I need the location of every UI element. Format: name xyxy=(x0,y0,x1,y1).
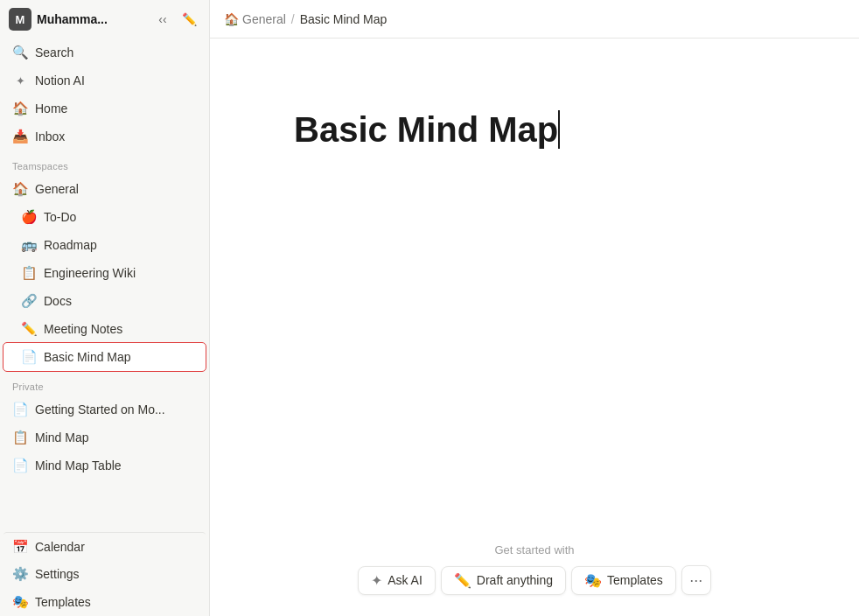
todo-icon: 🍎 xyxy=(21,209,37,225)
docs-icon: 🔗 xyxy=(21,293,37,309)
ask-ai-icon: ✦ xyxy=(371,572,382,589)
get-started-label: Get started with xyxy=(494,543,574,556)
templates-label: Templates xyxy=(607,573,663,587)
sidebar-header: M Muhamma... ‹‹ ✏️ xyxy=(0,0,209,38)
workspace-name: Muhamma... xyxy=(37,12,146,26)
new-page-button[interactable]: ✏️ xyxy=(178,8,200,31)
home-icon: 🏠 xyxy=(12,101,28,116)
workspace-avatar: M xyxy=(9,8,31,31)
sidebar-item-label: Inbox xyxy=(35,130,197,144)
sidebar-item-getting-started[interactable]: 📄 Getting Started on Mo... xyxy=(3,396,206,424)
sidebar-item-mind-map-table[interactable]: 📄 Mind Map Table xyxy=(3,452,206,480)
sidebar-item-label: Getting Started on Mo... xyxy=(35,402,197,416)
sidebar-item-inbox[interactable]: 📥 Inbox xyxy=(3,122,206,150)
sidebar-item-mind-map[interactable]: 📋 Mind Map xyxy=(3,424,206,452)
roadmap-icon: 🚌 xyxy=(21,237,37,253)
sidebar-item-search[interactable]: 🔍 Search xyxy=(3,38,206,66)
sidebar-item-settings[interactable]: ⚙️ Settings xyxy=(3,560,206,588)
teamspaces-section-label: Teamspaces xyxy=(0,150,209,175)
sidebar-item-templates[interactable]: 🎭 Templates xyxy=(3,588,206,616)
sidebar-item-label: Mind Map xyxy=(35,430,197,444)
sidebar: M Muhamma... ‹‹ ✏️ 🔍 Search ✦ Notion AI … xyxy=(0,0,210,616)
ask-ai-label: Ask AI xyxy=(388,573,423,587)
sidebar-item-label: General xyxy=(35,182,197,196)
sidebar-item-calendar[interactable]: 📅 Calendar xyxy=(3,532,206,560)
breadcrumb: 🏠 General / Basic Mind Map xyxy=(224,12,387,26)
more-options-button[interactable]: ··· xyxy=(681,565,711,595)
draft-anything-button[interactable]: ✏️ Draft anything xyxy=(441,566,566,595)
sidebar-header-icons: ‹‹ ✏️ xyxy=(151,8,200,31)
breadcrumb-separator: / xyxy=(291,12,295,26)
sidebar-item-label: Engineering Wiki xyxy=(44,266,197,280)
sidebar-item-label: Roadmap xyxy=(44,238,197,252)
sidebar-item-label: Meeting Notes xyxy=(44,322,197,336)
sidebar-item-engineering-wiki[interactable]: 📋 Engineering Wiki xyxy=(3,259,206,287)
general-icon: 🏠 xyxy=(12,181,28,197)
meeting-notes-icon: ✏️ xyxy=(21,321,37,337)
sidebar-item-home[interactable]: 🏠 Home xyxy=(3,94,206,122)
sidebar-item-label: Docs xyxy=(44,294,197,308)
page-title: Basic Mind Map xyxy=(294,110,560,149)
notion-ai-icon: ✦ xyxy=(12,73,28,88)
bottom-toolbar-area: Get started with ✦ Ask AI ✏️ Draft anyth… xyxy=(210,543,859,616)
sidebar-item-docs[interactable]: 🔗 Docs xyxy=(3,287,206,315)
sidebar-item-general[interactable]: 🏠 General xyxy=(3,175,206,203)
breadcrumb-home-icon: 🏠 xyxy=(224,12,239,26)
sidebar-scroll-area: 🔍 Search ✦ Notion AI 🏠 Home 📥 Inbox Team… xyxy=(0,38,209,616)
search-icon: 🔍 xyxy=(12,45,28,60)
templates-btn-icon: 🎭 xyxy=(584,572,602,589)
inbox-icon: 📥 xyxy=(12,129,28,144)
bottom-toolbar: ✦ Ask AI ✏️ Draft anything 🎭 Templates ·… xyxy=(358,565,711,595)
sidebar-item-label: Search xyxy=(35,46,197,60)
sidebar-item-meeting-notes[interactable]: ✏️ Meeting Notes xyxy=(3,315,206,343)
draft-anything-label: Draft anything xyxy=(477,573,553,587)
main-content: 🏠 General / Basic Mind Map Basic Mind Ma… xyxy=(210,0,859,616)
sidebar-item-basic-mind-map[interactable]: 📄 Basic Mind Map xyxy=(3,343,206,371)
more-icon: ··· xyxy=(689,571,702,590)
breadcrumb-home[interactable]: 🏠 General xyxy=(224,12,286,26)
templates-icon: 🎭 xyxy=(12,594,28,610)
content-area: Basic Mind Map Get started with ✦ Ask AI… xyxy=(210,38,859,616)
sidebar-item-label: Settings xyxy=(35,567,197,581)
topbar: 🏠 General / Basic Mind Map xyxy=(210,0,859,38)
sidebar-nav: 🔍 Search ✦ Notion AI 🏠 Home 📥 Inbox Team… xyxy=(0,38,209,616)
sidebar-item-notion-ai[interactable]: ✦ Notion AI xyxy=(3,66,206,94)
ask-ai-button[interactable]: ✦ Ask AI xyxy=(358,566,436,595)
collapse-sidebar-button[interactable]: ‹‹ xyxy=(151,8,174,31)
sidebar-item-label: Notion AI xyxy=(35,74,197,88)
templates-button[interactable]: 🎭 Templates xyxy=(571,566,676,595)
page-title-area[interactable]: Basic Mind Map xyxy=(210,38,859,543)
engineering-wiki-icon: 📋 xyxy=(21,265,37,281)
sidebar-item-label: Home xyxy=(35,102,197,116)
private-section-label: Private xyxy=(0,371,209,396)
basic-mind-map-icon: 📄 xyxy=(21,349,37,365)
draft-anything-icon: ✏️ xyxy=(454,572,471,589)
breadcrumb-section: General xyxy=(242,12,286,26)
sidebar-item-label: Calendar xyxy=(35,540,197,554)
sidebar-item-roadmap[interactable]: 🚌 Roadmap xyxy=(3,231,206,259)
sidebar-item-todo[interactable]: 🍎 To-Do xyxy=(3,203,206,231)
breadcrumb-current: Basic Mind Map xyxy=(300,12,388,26)
sidebar-item-label: Templates xyxy=(35,595,197,609)
settings-icon: ⚙️ xyxy=(12,566,28,582)
calendar-icon: 📅 xyxy=(12,539,28,555)
sidebar-item-label: To-Do xyxy=(44,210,197,224)
sidebar-item-label: Basic Mind Map xyxy=(44,350,197,364)
sidebar-item-label: Mind Map Table xyxy=(35,458,197,472)
mind-map-table-icon: 📄 xyxy=(12,458,28,473)
mind-map-icon: 📋 xyxy=(12,430,28,445)
getting-started-icon: 📄 xyxy=(12,402,28,417)
